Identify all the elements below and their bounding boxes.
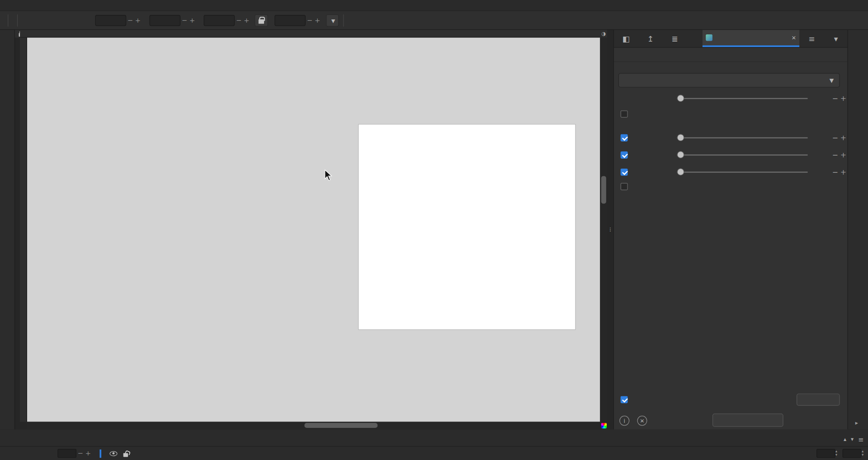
unit-dropdown[interactable]: ▼ [326,14,339,26]
adoucir-checkbox[interactable] [621,152,628,159]
y-input[interactable] [150,14,181,25]
traced-star-image[interactable] [359,124,575,329]
vertical-scrollbar[interactable] [600,38,607,422]
height-decrement[interactable]: − [307,14,312,25]
info-icon[interactable]: i [619,416,629,426]
dock-menu-chevron-icon[interactable]: ▾ [824,30,848,47]
horizontal-scrollbar[interactable] [27,422,600,430]
width-input[interactable] [204,14,235,25]
x-input[interactable] [95,14,127,25]
separator [17,14,18,26]
optimise-slider[interactable] [677,168,808,176]
opacity-control: −+ [55,448,92,459]
opacity-increment[interactable]: + [85,448,91,459]
palette-menu-icon[interactable]: ≡ [858,436,863,443]
dialog-tab-bar: ◧ ↥ ≣ ✕ ≡ ▾ [614,30,848,47]
zoom-input[interactable] [816,449,835,458]
slider-thumb[interactable] [677,168,684,175]
width-increment[interactable]: + [244,14,249,25]
separator [8,14,8,26]
dialog-tab-fill-stroke[interactable]: ◧ [614,30,638,47]
opacity-input[interactable] [57,449,76,458]
y-increment[interactable]: + [189,14,195,25]
tab-trace-bitmap[interactable]: ✕ [702,30,799,47]
slider-thumb[interactable] [677,134,684,141]
opacity-decrement[interactable]: − [77,448,83,459]
dialog-actions-row: i ✕ [614,413,848,428]
trace-bitmap-dialog: ◧ ↥ ≣ ✕ ≡ ▾ ▼ − + [613,30,848,430]
mouse-cursor [325,169,334,181]
ruler-corner-icon[interactable]: ◑ [600,30,607,38]
color-management-icon[interactable] [600,422,607,430]
y-decrement[interactable]: − [182,14,187,25]
moucheture-increase-button[interactable]: + [840,134,846,142]
palette-scroll-down-icon[interactable]: ▾ [851,436,854,442]
rotation-down-icon[interactable]: ▾ [862,453,863,457]
palette-controls: ▴ ▾ ≡ [844,435,863,444]
toolbox [0,30,15,430]
zoom-control: ▴▾ [814,449,837,458]
chevron-down-icon: ▼ [830,77,834,83]
menubar [0,0,868,11]
layer-color-bar [100,449,102,457]
seuil-increase-button[interactable]: + [840,95,846,103]
horizontal-ruler[interactable] [20,30,600,38]
height-input[interactable] [275,14,306,25]
x-increment[interactable]: + [135,14,141,25]
vectorisation-assistee-checkbox[interactable] [621,183,628,190]
moucheture-decrease-button[interactable]: − [832,134,838,142]
tool-controls-bar: −+ −+ −+ −+ ▼ [0,11,868,30]
palette-zone: ▴ ▾ ≡ [0,430,868,446]
dialog-tab-objects[interactable]: ≡ [799,30,824,47]
optimise-increase-button[interactable]: + [840,168,846,176]
commands-bar-expand-icon[interactable]: ▸ [855,420,858,426]
rotation-input[interactable] [843,449,862,458]
commands-bar [848,30,868,430]
cancel-icon[interactable]: ✕ [637,416,647,426]
close-icon[interactable]: ✕ [792,34,796,40]
dialog-tab-export[interactable]: ↥ [638,30,663,47]
apercu-direct-checkbox[interactable] [621,396,628,403]
snap-toggle-icon[interactable] [849,14,863,27]
lock-ratio-button[interactable] [255,14,268,26]
layer-lock-icon[interactable] [123,453,128,456]
apply-button[interactable] [712,413,783,427]
star-line-art [359,124,575,329]
screen: −+ −+ −+ −+ ▼ ◑ ⁝ [0,0,868,460]
canvas[interactable] [27,38,600,422]
panel-splitter-handle[interactable]: ⁝ [607,30,613,430]
threshold-row: − + [614,92,848,104]
slider-thumb[interactable] [677,95,684,102]
optimize-row: − + [614,166,848,178]
statusbar: −+ ▴▾ ▴▾ [0,446,868,460]
height-increment[interactable]: + [315,14,320,25]
update-button[interactable] [797,394,840,406]
detection-mode-dropdown[interactable]: ▼ [618,73,840,88]
vertical-scrollbar-thumb[interactable] [601,176,606,204]
layer-visibility-icon[interactable] [110,451,118,456]
inverser-checkbox[interactable] [621,110,628,118]
adoucir-increase-button[interactable]: + [840,151,846,159]
moucheture-checkbox[interactable] [621,134,628,142]
optimise-checkbox[interactable] [621,169,628,176]
slider-thumb[interactable] [677,151,684,158]
moucheture-slider[interactable] [677,134,808,142]
optimise-decrease-button[interactable]: − [832,168,838,176]
layer-indicator [100,449,129,457]
adoucir-decrease-button[interactable]: − [832,151,838,159]
seuil-slider[interactable] [677,95,808,102]
zoom-down-icon[interactable]: ▾ [835,453,837,457]
width-decrement[interactable]: − [236,14,241,25]
horizontal-scrollbar-thumb[interactable] [304,423,377,428]
seuil-decrease-button[interactable]: − [832,95,838,103]
x-decrement[interactable]: − [127,14,133,25]
invert-row [614,108,848,120]
vertical-ruler[interactable] [20,38,27,422]
smooth-corners-row: − + [614,149,848,161]
fill-stroke-indicator[interactable] [5,447,52,460]
adoucir-slider[interactable] [677,151,808,159]
inkscape-window: −+ −+ −+ −+ ▼ ◑ ⁝ [0,0,868,460]
dialog-tab-layers[interactable]: ≣ [662,30,687,47]
assisted-trace-row [614,180,848,193]
palette-scroll-up-icon[interactable]: ▴ [844,436,846,442]
